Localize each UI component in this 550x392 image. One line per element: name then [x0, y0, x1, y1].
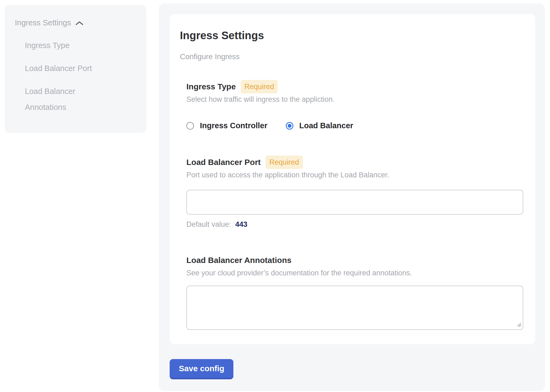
radio-load-balancer[interactable]: Load Balancer	[286, 121, 353, 130]
section-ingress-type: Ingress Type Required Select how traffic…	[186, 80, 523, 130]
section-load-balancer-port: Load Balancer Port Required Port used to…	[186, 156, 523, 229]
section-description: See your cloud provider’s documentation …	[186, 269, 523, 278]
section-load-balancer-annotations: Load Balancer Annotations See your cloud…	[186, 254, 523, 330]
ingress-type-radio-group: Ingress Controller Load Balancer	[186, 121, 523, 130]
sidebar-item-load-balancer-annotations[interactable]: Load Balancer Annotations	[25, 83, 114, 115]
sidebar-items: Ingress Type Load Balancer Port Load Bal…	[25, 38, 139, 115]
sidebar-group-label: Ingress Settings	[15, 18, 71, 27]
page-subtitle: Configure Ingress	[180, 52, 523, 61]
radio-unselected-icon[interactable]	[186, 122, 194, 130]
settings-sidebar: Ingress Settings Ingress Type Load Balan…	[5, 5, 146, 133]
radio-selected-icon[interactable]	[286, 122, 293, 130]
default-value-label: Default value:	[186, 220, 231, 228]
section-description: Port used to access the application thro…	[186, 171, 523, 180]
radio-label: Ingress Controller	[200, 121, 267, 130]
sidebar-item-load-balancer-port[interactable]: Load Balancer Port	[25, 60, 114, 76]
sidebar-group-ingress-settings[interactable]: Ingress Settings	[15, 18, 139, 27]
annotations-textarea-wrap	[186, 286, 523, 330]
default-value-row: Default value: 443	[186, 220, 523, 229]
page-title: Ingress Settings	[180, 29, 523, 42]
load-balancer-annotations-textarea[interactable]	[186, 286, 523, 330]
radio-ingress-controller[interactable]: Ingress Controller	[186, 121, 267, 130]
section-description: Select how traffic will ingress to the a…	[186, 95, 523, 104]
required-badge: Required	[266, 156, 303, 169]
radio-dot	[288, 124, 291, 128]
page: Ingress Settings Ingress Type Load Balan…	[0, 0, 550, 392]
default-value: 443	[235, 220, 247, 228]
section-heading-row: Ingress Type Required	[186, 80, 523, 93]
section-heading-row: Load Balancer Annotations	[186, 254, 523, 267]
section-heading-row: Load Balancer Port Required	[186, 156, 523, 169]
ingress-settings-card: Ingress Settings Configure Ingress Ingre…	[170, 14, 535, 344]
required-badge: Required	[241, 80, 278, 93]
ingress-settings-panel: Ingress Settings Configure Ingress Ingre…	[159, 4, 545, 391]
section-heading: Load Balancer Annotations	[186, 256, 291, 265]
load-balancer-port-input[interactable]	[186, 190, 523, 215]
chevron-up-icon	[75, 20, 83, 26]
radio-label: Load Balancer	[299, 121, 353, 130]
section-heading: Ingress Type	[186, 82, 236, 91]
sidebar-item-ingress-type[interactable]: Ingress Type	[25, 38, 114, 53]
save-config-button[interactable]: Save config	[170, 359, 233, 379]
section-heading: Load Balancer Port	[186, 158, 261, 167]
